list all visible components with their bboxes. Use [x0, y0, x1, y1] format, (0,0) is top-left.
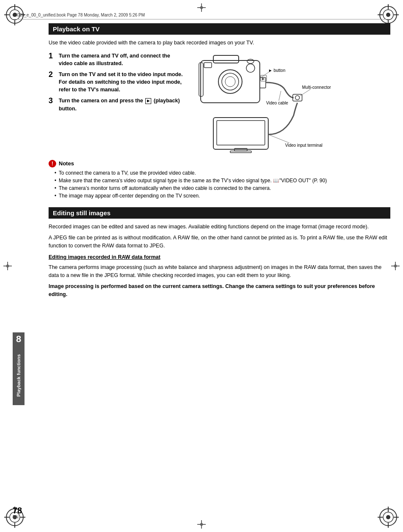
svg-line-53 [279, 91, 281, 101]
crosshair-bottom [197, 520, 206, 529]
chapter-number: 8 [13, 332, 25, 346]
camera-illustration: ▶ ► button Video cable Multi-connector V… [188, 52, 332, 154]
crosshair-top [197, 3, 206, 12]
step-1-number: 1 [49, 52, 56, 67]
label-video-cable: Video cable [266, 101, 288, 105]
subsection-text2-content: Image processing is performed based on t… [49, 283, 375, 297]
chapter-label: Playback functions [13, 346, 25, 405]
note-4: The image may appear off-center dependin… [54, 192, 390, 200]
svg-rect-56 [217, 121, 265, 145]
step-1: 1 Turn the camera and TV off, and connec… [49, 52, 184, 67]
section2: Editing still images Recorded images can… [49, 207, 390, 299]
svg-point-51 [295, 96, 300, 100]
note-3: The camera’s monitor turns off automatic… [54, 184, 390, 192]
svg-rect-40 [201, 60, 260, 103]
svg-rect-58 [230, 151, 251, 153]
svg-point-43 [222, 73, 239, 90]
svg-point-46 [247, 59, 254, 63]
label-video-input-terminal: Video input terminal [285, 143, 322, 148]
sidebar-chapter: 8 Playback functions [13, 332, 44, 405]
svg-point-44 [225, 77, 235, 87]
main-content: Playback on TV Use the video cable provi… [49, 23, 390, 490]
section1-title: Playback on TV [49, 23, 390, 35]
subsection-text2: Image processing is performed based on t… [49, 282, 390, 299]
page-number-sub: EN [13, 515, 22, 519]
section2-title: Editing still images [49, 207, 390, 219]
note-2: Make sure that the camera's video output… [54, 177, 390, 184]
notes-icon: ! [49, 160, 56, 167]
step-3-number: 3 [49, 97, 56, 112]
notes-section: ! Notes To connect the camera to a TV, u… [49, 159, 390, 200]
page-number: 78 [13, 506, 22, 515]
header-text: s0029_e_00_0_unified.book Page 78 Monday… [13, 13, 145, 17]
section2-desc2: A JPEG file can be printed as is without… [49, 234, 390, 250]
label-multi-connector: Multi-connector [302, 85, 331, 90]
svg-rect-55 [213, 118, 268, 149]
crosshair-left [3, 262, 12, 270]
steps-left: 1 Turn the camera and TV off, and connec… [49, 52, 184, 154]
svg-rect-45 [204, 63, 212, 68]
footer: 78 EN [13, 506, 390, 519]
playback-icon: ▶ [145, 98, 151, 104]
svg-line-59 [268, 134, 289, 143]
header-bar: s0029_e_00_0_unified.book Page 78 Monday… [13, 13, 390, 19]
svg-point-47 [246, 64, 255, 72]
step-2-text: Turn on the TV and set it to the video i… [59, 71, 184, 93]
svg-text:▶: ▶ [262, 77, 265, 81]
crosshair-right [391, 262, 400, 270]
step-3: 3 Turn the camera on and press the ▶ (pl… [49, 97, 184, 112]
section2-desc1: Recorded images can be edited and saved … [49, 223, 390, 231]
notes-header-text: Notes [59, 159, 74, 168]
subsection-text1: The camera performs image processing (su… [49, 263, 390, 280]
section1-description: Use the video cable provided with the ca… [49, 39, 390, 47]
step-2-number: 2 [49, 71, 56, 93]
steps-container: 1 Turn the camera and TV off, and connec… [49, 52, 390, 154]
page-number-block: 78 EN [13, 506, 22, 519]
svg-line-54 [300, 89, 310, 96]
svg-rect-41 [213, 55, 239, 63]
label-button: ► button [268, 68, 285, 73]
notes-list: To connect the camera to a TV, use the p… [49, 169, 390, 200]
subsection-title: Editing images recorded in RAW data form… [49, 253, 390, 261]
sidebar: 8 Playback functions [13, 23, 44, 490]
notes-header: ! Notes [49, 159, 390, 168]
section2-body: Recorded images can be edited and saved … [49, 223, 390, 299]
step-2: 2 Turn on the TV and set it to the video… [49, 71, 184, 93]
step-3-text: Turn the camera on and press the ▶ (play… [59, 97, 184, 112]
note-1: To connect the camera to a TV, use the p… [54, 169, 390, 177]
step-1-text: Turn the camera and TV off, and connect … [59, 52, 184, 67]
